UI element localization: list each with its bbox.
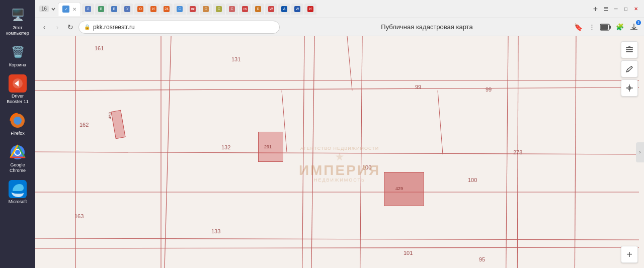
svg-point-3 [14,117,22,125]
map-label-163: 163 [74,213,84,219]
map-label-99a: 99 [415,84,421,90]
desktop-icon-edge[interactable]: Microsoft [3,178,33,207]
desktop-icon-computer[interactable]: 🖥️ Этот компьютер [3,4,33,38]
lock-icon: 🔒 [84,24,90,30]
chrome-label: GoogleChrome [10,162,26,173]
mini-tabs-row: Л В В У О И 24 С пк С С С га Б W А W И [82,4,590,15]
layers-button[interactable] [621,41,638,58]
mini-tab-5[interactable]: О [134,4,146,15]
mini-tab-1[interactable]: Л [82,4,94,15]
tab-dropdown[interactable] [50,6,57,13]
location-button[interactable] [621,79,638,97]
browser-actions: ⋮ 🧩 3 [586,21,640,33]
mini-tab-2[interactable]: В [95,4,107,15]
desktop-sidebar: 🖥️ Этот компьютер 🗑️ Корзина DriverBoost… [0,0,35,268]
mini-tab-10[interactable]: С [200,4,212,15]
parcel-429[interactable] [384,172,424,206]
map-label-278: 278 [513,149,522,155]
new-tab-button[interactable]: + [591,5,600,14]
map-zoom-controls: + [621,246,638,263]
desktop-icon-chrome[interactable]: GoogleChrome [3,141,33,175]
recycle-icon: 🗑️ [9,43,27,61]
map-label-161: 161 [95,45,104,51]
desktop-icon-firefox[interactable]: Firefox [3,110,33,138]
map-label-100a: 100 [362,164,371,170]
map-label-101: 101 [404,250,413,256]
tab-bar: 16 ✓ ✕ Л В В У О И 24 С пк С С [39,2,600,16]
map-label-131: 131 [231,56,240,62]
map-label-100b: 100 [468,177,477,183]
map-label-132: 132 [221,144,230,150]
extensions-icon[interactable]: 🧩 [614,21,626,33]
zoom-in-button[interactable]: + [621,246,638,263]
address-box[interactable]: 🔒 pkk.rosreestr.ru [78,21,280,34]
svg-rect-10 [609,26,611,29]
bookmark-button[interactable]: 🔖 [574,23,583,31]
map-label-99b: 99 [486,86,492,93]
parcel-label-450: 450 [108,112,112,119]
computer-icon: 🖥️ [9,6,27,24]
map-label-133: 133 [211,228,220,234]
firefox-label: Firefox [11,131,25,136]
download-icon[interactable]: 3 [628,21,640,33]
tab-count[interactable]: 16 [39,6,49,12]
battery-icon [600,21,612,33]
mini-tab-7[interactable]: 24 [160,4,173,15]
tab-close[interactable]: ✕ [72,7,76,12]
active-tab[interactable]: ✓ ✕ [58,2,81,16]
forward-button[interactable]: › [52,22,62,32]
window-maximize-button[interactable]: □ [622,5,630,13]
mini-tab-15[interactable]: W [265,4,277,15]
mini-tab-3[interactable]: В [108,4,120,15]
back-button[interactable]: ‹ [39,22,49,32]
desktop-icon-driverbooster[interactable]: DriverBooster 11 [3,72,33,107]
window-close-button[interactable]: ✕ [632,5,640,13]
svg-rect-31 [626,49,633,50]
driverbooster-icon [9,74,27,93]
edge-label: Microsoft [9,199,27,205]
mini-tab-14[interactable]: Б [252,4,264,15]
map-canvas [35,36,644,268]
map-label-95: 95 [479,256,485,262]
browser-menu-button[interactable]: ⋮ [586,21,598,33]
address-text: pkk.rosreestr.ru [93,24,135,31]
draw-button[interactable] [621,60,638,77]
window-menu-button[interactable]: ☰ [602,5,610,13]
firefox-icon [9,112,27,130]
map-expand-arrow[interactable]: › [636,142,644,162]
window-controls: ☰ ─ □ ✕ [602,5,640,13]
mini-tab-4[interactable]: У [121,4,133,15]
map-label-162: 162 [79,122,89,128]
map-toolbar-right [621,41,638,97]
chrome-icon [9,143,27,161]
computer-label: Этот компьютер [5,25,31,36]
mini-tab-18[interactable]: И [304,4,316,15]
svg-rect-32 [626,51,633,52]
window-minimize-button[interactable]: ─ [612,5,620,13]
mini-tab-17[interactable]: W [291,4,303,15]
mini-tab-8[interactable]: С [174,4,186,15]
mini-tab-6[interactable]: И [147,4,159,15]
svg-rect-9 [601,25,608,30]
driverbooster-label: DriverBooster 11 [7,94,29,105]
page-title: Публичная кадастровая карта [283,23,571,31]
svg-point-6 [15,150,20,155]
reload-button[interactable]: ↻ [65,22,75,32]
mini-tab-11[interactable]: С [213,4,225,15]
desktop-icon-recycle[interactable]: 🗑️ Корзина [3,41,33,70]
tab-favicon: ✓ [62,6,69,13]
address-bar-row: ‹ › ↻ 🔒 pkk.rosreestr.ru Публичная кадас… [35,18,644,36]
parcel-label-429: 429 [395,186,403,191]
mini-tab-13[interactable]: га [239,4,251,15]
edge-icon [9,180,27,198]
parcel-label-291: 291 [264,144,272,149]
mini-tab-16[interactable]: А [278,4,290,15]
title-bar: 16 ✓ ✕ Л В В У О И 24 С пк С С [35,0,644,18]
browser-window: 16 ✓ ✕ Л В В У О И 24 С пк С С [35,0,644,268]
mini-tab-9[interactable]: пк [187,4,199,15]
recycle-label: Корзина [9,62,26,68]
mini-tab-12[interactable]: С [226,4,238,15]
map-area[interactable]: 161 131 99 99 162 132 100 278 100 163 13… [35,36,644,268]
